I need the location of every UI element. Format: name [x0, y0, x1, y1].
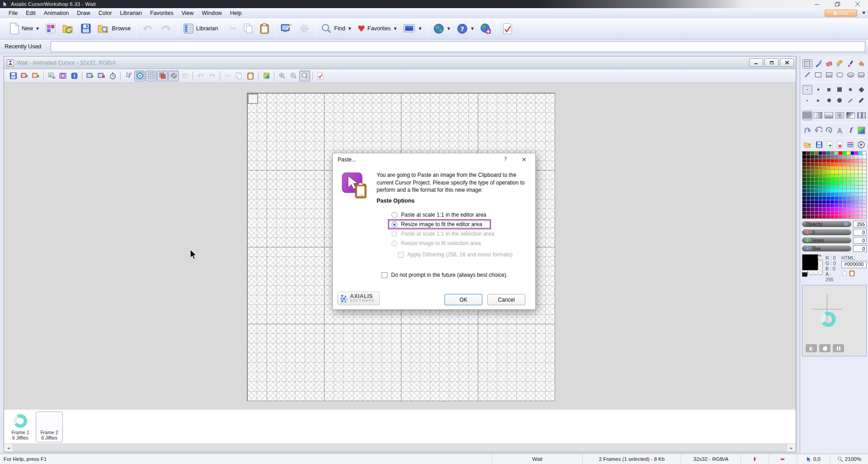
- fill-corner-button[interactable]: [845, 111, 855, 120]
- green-slider-thumb[interactable]: [802, 237, 813, 243]
- palette-color-cell[interactable]: [811, 208, 814, 211]
- palette-color-cell[interactable]: [802, 189, 806, 192]
- palette-color-cell[interactable]: [835, 200, 838, 204]
- palette-color-cell[interactable]: [826, 159, 830, 162]
- palette-color-cell[interactable]: [830, 170, 834, 173]
- palette-color-cell[interactable]: [826, 185, 830, 189]
- palette-color-cell[interactable]: [807, 152, 810, 155]
- palette-color-cell[interactable]: [843, 215, 846, 218]
- menu-view[interactable]: View: [177, 9, 198, 18]
- palette-color-cell[interactable]: [851, 200, 854, 204]
- palette-color-cell[interactable]: [819, 204, 822, 207]
- palette-color-cell[interactable]: [847, 189, 850, 192]
- palette-color-cell[interactable]: [807, 185, 810, 189]
- palette-color-cell[interactable]: [859, 197, 862, 200]
- palette-color-cell[interactable]: [843, 212, 846, 215]
- palette-color-cell[interactable]: [815, 212, 818, 215]
- palette-open-icon[interactable]: [804, 141, 812, 148]
- default-colors-icon[interactable]: [802, 272, 807, 277]
- palette-color-cell[interactable]: [826, 163, 830, 166]
- blue-value-field[interactable]: [853, 245, 867, 252]
- palette-color-cell[interactable]: [839, 181, 842, 185]
- palette-color-cell[interactable]: [807, 215, 810, 218]
- palette-color-cell[interactable]: [830, 163, 834, 166]
- palette-color-cell[interactable]: [854, 170, 858, 173]
- palette-color-cell[interactable]: [819, 189, 822, 192]
- palette-color-cell[interactable]: [839, 155, 842, 158]
- palette-color-cell[interactable]: [819, 174, 822, 177]
- palette-color-cell[interactable]: [835, 166, 838, 170]
- brush-diamond-small-button[interactable]: [845, 85, 855, 95]
- rounded-rect-tool-button[interactable]: [856, 70, 866, 80]
- font-effects-button[interactable]: f: [845, 126, 855, 135]
- palette-color-cell[interactable]: [830, 197, 834, 200]
- palette-add-icon[interactable]: [826, 141, 833, 148]
- palette-color-cell[interactable]: [843, 170, 846, 173]
- palette-color-cell[interactable]: [835, 159, 838, 162]
- palette-color-cell[interactable]: [802, 200, 806, 204]
- palette-color-cell[interactable]: [843, 193, 846, 196]
- favorites-dropdown-icon[interactable]: ▼: [394, 27, 396, 31]
- palette-color-cell[interactable]: [815, 159, 818, 162]
- palette-color-cell[interactable]: [843, 200, 846, 204]
- color-effects-button[interactable]: [856, 126, 866, 135]
- palette-color-cell[interactable]: [835, 163, 838, 166]
- palette-color-cell[interactable]: [830, 174, 834, 177]
- cancel-button[interactable]: Cancel: [487, 294, 525, 305]
- doc-restore-button[interactable]: [764, 58, 778, 67]
- palette-color-cell[interactable]: [822, 208, 826, 211]
- palette-color-cell[interactable]: [847, 170, 850, 173]
- fill-solid-button[interactable]: [802, 111, 812, 120]
- palette-color-cell[interactable]: [854, 200, 858, 204]
- help-button[interactable]: ? ▼: [453, 19, 477, 38]
- palette-color-cell[interactable]: [822, 189, 826, 192]
- favorites-button[interactable]: ♥ Favorites ▼: [354, 19, 400, 38]
- palette-color-cell[interactable]: [859, 152, 862, 155]
- palette-color-cell[interactable]: [859, 208, 862, 211]
- palette-color-cell[interactable]: [835, 197, 838, 200]
- palette-color-cell[interactable]: [839, 159, 842, 162]
- red-value-field[interactable]: [853, 229, 867, 236]
- brush-diamond-large-button[interactable]: [856, 85, 866, 95]
- green-value-field[interactable]: [853, 237, 867, 244]
- palette-color-cell[interactable]: [802, 181, 806, 185]
- palette-color-cell[interactable]: [811, 159, 814, 162]
- palette-color-cell[interactable]: [859, 200, 862, 204]
- palette-color-cell[interactable]: [802, 178, 806, 181]
- radio-icon[interactable]: [392, 212, 397, 218]
- frame-thumbnail-2[interactable]: Frame 2 6 Jiffies: [36, 412, 63, 442]
- menu-window[interactable]: Window: [198, 9, 226, 18]
- palette-color-cell[interactable]: [854, 152, 858, 155]
- palette-color-cell[interactable]: [811, 166, 814, 170]
- palette-color-cell[interactable]: [830, 204, 834, 207]
- palette-color-cell[interactable]: [851, 174, 854, 177]
- palette-color-cell[interactable]: [802, 197, 806, 200]
- ellipse-tool-button[interactable]: [835, 70, 844, 80]
- palette-color-cell[interactable]: [819, 185, 822, 189]
- minimize-button[interactable]: [807, 0, 827, 8]
- eraser-tool-button[interactable]: [824, 59, 834, 69]
- palette-color-cell[interactable]: [830, 155, 834, 158]
- palette-color-cell[interactable]: [815, 189, 818, 192]
- palette-color-cell[interactable]: [859, 212, 862, 215]
- palette-color-cell[interactable]: [851, 166, 854, 170]
- palette-color-cell[interactable]: [843, 174, 846, 177]
- palette-color-cell[interactable]: [819, 178, 822, 181]
- palette-color-cell[interactable]: [843, 159, 846, 162]
- menu-draw[interactable]: Draw: [73, 9, 94, 18]
- palette-color-cell[interactable]: [851, 155, 854, 158]
- export-image-button[interactable]: [46, 71, 57, 81]
- palette-color-cell[interactable]: [802, 212, 806, 215]
- doc-copy-button[interactable]: [234, 71, 245, 81]
- ok-button[interactable]: OK: [444, 294, 482, 305]
- palette-color-cell[interactable]: [859, 155, 862, 158]
- menu-favorites[interactable]: Favorites: [146, 9, 177, 18]
- palette-color-cell[interactable]: [859, 163, 862, 166]
- palette-color-cell[interactable]: [847, 204, 850, 207]
- palette-delete-icon[interactable]: [836, 141, 843, 148]
- scroll-right-icon[interactable]: ▸: [787, 444, 796, 452]
- palette-color-cell[interactable]: [854, 193, 858, 196]
- palette-color-cell[interactable]: [847, 152, 850, 155]
- palette-color-cell[interactable]: [811, 193, 814, 196]
- palette-color-cell[interactable]: [863, 174, 866, 177]
